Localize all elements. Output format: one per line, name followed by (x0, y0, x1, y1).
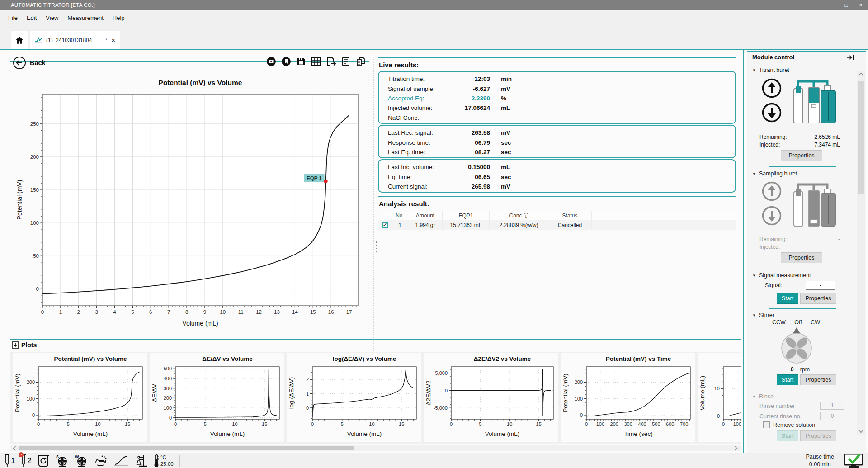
wash-icon[interactable] (94, 454, 108, 467)
svg-text:17: 17 (346, 309, 352, 315)
panel-divider[interactable] (373, 59, 374, 383)
status-cell: Cancelled (548, 220, 592, 230)
rinse-properties-button[interactable]: Properties (800, 430, 836, 441)
document-tab[interactable]: (1)_241030131804 * × (30, 31, 120, 49)
plots-scrollbar[interactable] (10, 445, 741, 451)
scrollbar-thumb[interactable] (19, 446, 354, 450)
scroll-down-icon[interactable] (859, 430, 863, 433)
remove-solution-checkbox[interactable] (763, 421, 770, 428)
stirrer-cw-label[interactable]: CW (811, 319, 820, 326)
menu-item-view[interactable]: View (41, 12, 63, 24)
curve-tab-icon (34, 37, 43, 43)
module-scrollbar[interactable] (857, 71, 865, 435)
stirrer-ccw-label[interactable]: CCW (772, 319, 786, 326)
current-rinse-field[interactable]: 0 (820, 412, 844, 420)
collapse-arrow-icon: ▼ (752, 395, 756, 399)
svg-text:Potential (mV): Potential (mV) (562, 373, 569, 412)
lr-value: - (450, 114, 490, 121)
svg-text:1: 1 (59, 309, 62, 315)
export-document-icon[interactable] (326, 56, 336, 67)
titrant-fill-button[interactable] (761, 78, 782, 99)
plot-card-logdedv-volume[interactable]: 051015012log(ΔE/ΔV) vs VolumeVolume (mL)… (287, 353, 421, 442)
collapse-panel-icon[interactable] (847, 54, 854, 61)
stirrer-section[interactable]: ▼ Stirrer (752, 312, 774, 318)
scrollbar-thumb[interactable] (858, 81, 864, 194)
stirrer-w-icon[interactable]: W (75, 454, 88, 467)
svg-text:14: 14 (292, 309, 298, 315)
plot-card-dedv-volume[interactable]: 0510150100200300400500ΔE/ΔV vs VolumeVol… (150, 353, 284, 442)
tab-bar: (1)_241030131804 * × (0, 25, 868, 49)
titrant-buret-section[interactable]: ▼ Titrant buret (752, 67, 789, 73)
system-ok-icon[interactable] (844, 454, 863, 468)
close-icon[interactable]: × (854, 0, 868, 10)
stirrer-s-icon[interactable]: S (55, 454, 69, 467)
titrant-properties-button[interactable]: Properties (781, 150, 822, 161)
data-table-icon[interactable] (311, 56, 321, 67)
marker-tool-icon[interactable] (281, 56, 292, 67)
svg-text:EQP 1: EQP 1 (307, 175, 322, 181)
analysis-row[interactable]: ✓11.994 gr15.71363 mL2.28839 %(w/w)Cance… (378, 220, 736, 230)
plot-card-d2edv2-volume[interactable]: 051015-5,00005,000Δ2E/ΔV2 vs VolumeVolum… (424, 353, 558, 442)
rinse-section[interactable]: ▼ Rinse (752, 393, 774, 400)
temperature-indicator[interactable]: °C 25.00 (153, 454, 174, 468)
sampling-properties-button[interactable]: Properties (781, 252, 822, 263)
minimize-icon[interactable]: – (825, 0, 839, 10)
svg-text:100: 100 (27, 396, 35, 402)
stirrer-properties-button[interactable]: Properties (800, 374, 836, 385)
divider-handle-icon[interactable] (376, 241, 377, 254)
titration-stand-icon[interactable] (135, 454, 147, 468)
plot-card-potential-time[interactable]: 01002003004005006007000100200Potential (… (561, 353, 695, 442)
plot-card-volume-time[interactable]: 0100200300400500600700010Volume (mL) (698, 353, 741, 442)
menu-item-file[interactable]: File (4, 12, 22, 24)
column-header-eqp1: EQP1 (443, 211, 490, 220)
sampling-dispense-button[interactable] (761, 205, 782, 226)
home-tab[interactable] (11, 31, 28, 49)
injected-value: - (838, 244, 840, 250)
buret-1-indicator[interactable]: 1 (5, 454, 15, 468)
chart-toolbar (266, 56, 366, 67)
menu-item-help[interactable]: Help (108, 12, 129, 24)
report-icon[interactable] (340, 56, 351, 67)
zoom-tool-icon[interactable] (266, 56, 277, 67)
signal-value-field[interactable]: - (806, 281, 835, 290)
stirrer-off-label[interactable]: Off (794, 319, 802, 326)
stirrer-start-button[interactable]: Start (777, 374, 798, 385)
scroll-up-icon[interactable] (859, 72, 863, 76)
svg-text:5: 5 (131, 309, 134, 315)
copy-page-icon[interactable] (355, 56, 366, 67)
main-chart[interactable]: 0123456789101112131415161705010015020025… (12, 67, 363, 340)
rinse-number-field[interactable]: 1 (820, 402, 844, 410)
titrant-dispense-button[interactable] (761, 102, 782, 123)
signal-start-button[interactable]: Start (777, 293, 798, 304)
maximize-icon[interactable]: □ (839, 0, 854, 10)
live-results-group-3: Last Inc. volume:0.15000mLEq. time:06.65… (378, 159, 736, 193)
pause-time: Pause time 0:00 min (806, 453, 834, 468)
scroll-right-icon[interactable] (732, 445, 740, 451)
sampling-buret-section[interactable]: ▼ Sampling buret (752, 170, 797, 177)
stirrer-knob[interactable] (778, 326, 815, 364)
lr-label: Eq. time: (388, 174, 450, 180)
info-icon[interactable]: i (524, 213, 528, 218)
row-checkbox[interactable]: ✓ (382, 222, 388, 228)
plots-header[interactable]: Plots (12, 341, 37, 349)
menu-item-edit[interactable]: Edit (22, 12, 41, 24)
rinse-beaker-icon[interactable] (38, 454, 49, 467)
rinse-start-button[interactable]: Start (777, 430, 798, 441)
plot-card-potential-volume[interactable]: 0510150100200Potential (mV) vs VolumeVol… (13, 353, 147, 442)
scroll-left-icon[interactable] (11, 445, 18, 451)
remaining-value: - (838, 236, 840, 242)
save-icon[interactable] (296, 56, 307, 67)
signal-measurement-section[interactable]: ▼ Signal measurement (752, 272, 811, 279)
buret-2-indicator[interactable]: × 2 (21, 454, 31, 468)
svg-text:4: 4 (113, 309, 116, 315)
rpm-value: 0 (791, 366, 794, 373)
sampling-fill-button[interactable] (761, 181, 782, 202)
menu-item-measurement[interactable]: Measurement (63, 12, 108, 24)
signal-properties-button[interactable]: Properties (800, 293, 836, 304)
svg-text:200: 200 (610, 421, 618, 427)
injected-value: 7.3474 mL (814, 142, 840, 148)
injected-label: Injected: (760, 142, 780, 148)
tab-close-icon[interactable]: × (110, 37, 116, 43)
svg-text:ΔE/ΔV: ΔE/ΔV (151, 384, 158, 402)
titration-curve-icon[interactable] (113, 455, 129, 467)
